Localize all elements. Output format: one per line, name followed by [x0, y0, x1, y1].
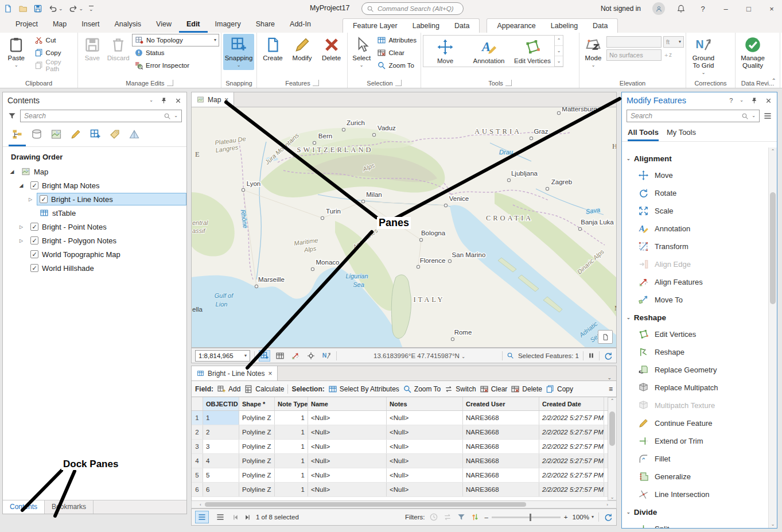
tool-edit-vertices[interactable]: Edit Vertices: [622, 325, 768, 343]
map-view-tab[interactable]: Map ×: [192, 92, 234, 107]
layer-item-bright-point-notes[interactable]: ▷✓Bright - Point Notes: [3, 220, 186, 234]
column-header-notes[interactable]: Notes: [387, 397, 463, 410]
contextual-tab-appearance[interactable]: Appearance: [489, 19, 543, 33]
close-icon[interactable]: [765, 97, 772, 104]
cell[interactable]: 1: [203, 411, 239, 425]
cell[interactable]: 2: [203, 425, 239, 439]
select-button[interactable]: Select⌄: [349, 34, 374, 70]
status-button[interactable]: Status: [132, 46, 219, 59]
map-coordinates[interactable]: 13.6183996°E 47.7415987°N ⌄: [341, 352, 498, 359]
copy-button[interactable]: Copy: [546, 385, 573, 394]
selected-features-count[interactable]: Selected Features: 1: [518, 352, 579, 359]
cell[interactable]: Polyline Z: [239, 468, 275, 482]
visibility-checkbox[interactable]: ✓: [30, 223, 38, 231]
elevation-unit-combo[interactable]: ft▾: [663, 36, 684, 48]
list-by-data-source-tab[interactable]: [28, 127, 45, 146]
switch-button[interactable]: Switch: [444, 385, 476, 394]
section-divide[interactable]: ⌄Divide: [622, 503, 768, 520]
contextual-tab-labeling[interactable]: Labeling: [405, 19, 447, 33]
table-row[interactable]: 11Polyline Z1<Null><Null>NARE36682/2/202…: [192, 411, 616, 425]
notifications-icon[interactable]: [676, 4, 686, 13]
cell[interactable]: NARE3668: [463, 468, 539, 482]
collapse-icon[interactable]: ⌄: [627, 157, 631, 161]
table-vertical-scrollbar[interactable]: ⌃⌄: [608, 397, 617, 500]
refresh-map-icon[interactable]: [604, 351, 613, 360]
cell[interactable]: Polyline Z: [239, 411, 275, 425]
cell[interactable]: <Null>: [308, 483, 387, 496]
map-scale-combo[interactable]: 1:8,814,965▾: [195, 350, 250, 362]
section-reshape[interactable]: ⌄Reshape: [622, 309, 768, 325]
cell[interactable]: 3: [203, 440, 239, 453]
tool-scale[interactable]: Scale: [622, 202, 768, 220]
attributes-button[interactable]: Attributes: [375, 34, 419, 46]
sign-in-status[interactable]: Not signed in: [601, 5, 641, 13]
ribbon-tab-view[interactable]: View: [149, 17, 179, 33]
column-header-created-date[interactable]: Created Date: [539, 397, 604, 410]
pin-icon[interactable]: [160, 97, 168, 104]
cell[interactable]: 1: [275, 468, 308, 482]
cell[interactable]: 1: [275, 425, 308, 439]
collapse-icon[interactable]: ⌄: [627, 316, 631, 320]
cell[interactable]: 1: [275, 440, 308, 453]
previous-record-icon[interactable]: [232, 514, 239, 521]
error-inspector-button[interactable]: Error Inspector: [132, 59, 219, 72]
contents-search-input[interactable]: Search ⌄: [20, 110, 182, 122]
ribbon-tab-map[interactable]: Map: [45, 17, 74, 33]
modify-search-input[interactable]: Search ⌄: [627, 110, 760, 122]
ribbon-tab-edit[interactable]: Edit: [179, 17, 208, 33]
gallery-scroll-icon[interactable]: ⌃: [555, 36, 563, 46]
new-project-icon[interactable]: [3, 4, 13, 13]
tool-align-features[interactable]: Align Features: [622, 273, 768, 291]
pane-menu-icon[interactable]: ⌄: [149, 98, 153, 103]
tool-extend-or-trim[interactable]: Extend or Trim: [622, 432, 768, 450]
collapse-ribbon-icon[interactable]: ⌃: [772, 77, 776, 84]
column-header-note-type[interactable]: Note Type: [275, 397, 308, 410]
collapse-icon[interactable]: ⌄: [627, 510, 631, 515]
ground-to-grid-button[interactable]: Ground To Grid⌄: [688, 34, 719, 77]
layer-item-sttable[interactable]: stTable: [3, 206, 186, 220]
collapse-icon[interactable]: ◢: [9, 169, 15, 174]
tool-reshape[interactable]: Reshape: [622, 343, 768, 361]
pause-drawing-icon[interactable]: [588, 352, 595, 359]
cell[interactable]: NARE3668: [463, 411, 539, 425]
elevation-value-field[interactable]: [606, 36, 662, 48]
ribbon-tab-share[interactable]: Share: [248, 17, 282, 33]
pin-icon[interactable]: [750, 97, 758, 104]
zoom-out-icon[interactable]: –: [484, 514, 488, 521]
dialog-launcher-icon[interactable]: [167, 80, 173, 86]
dropdown-icon[interactable]: ⌄: [237, 63, 241, 68]
attribute-filter-icon[interactable]: [457, 512, 466, 522]
ribbon-tab-insert[interactable]: Insert: [74, 17, 107, 33]
tool-move-to[interactable]: Move To: [622, 291, 768, 309]
tool-split[interactable]: Split: [622, 520, 768, 528]
cell[interactable]: NARE3668: [463, 425, 539, 439]
filter-icon[interactable]: [7, 111, 17, 121]
customize-quick-access-icon[interactable]: ⌄: [89, 6, 94, 12]
column-header-created-user[interactable]: Created User: [463, 397, 539, 410]
copy-button[interactable]: Copy: [32, 46, 76, 59]
cell[interactable]: 1: [275, 411, 308, 425]
modify-tab-my-tools[interactable]: My Tools: [667, 128, 696, 141]
visibility-checkbox[interactable]: ✓: [30, 181, 38, 189]
select-features-icon[interactable]: [290, 350, 301, 362]
list-by-perspective-tab[interactable]: [126, 127, 143, 146]
dropdown-icon[interactable]: ⌄: [14, 63, 18, 68]
layer-item-world-hillshade[interactable]: ✓World Hillshade: [3, 261, 186, 275]
cell[interactable]: 2/2/2022 5:27:57 PM: [539, 411, 604, 425]
tool-generalize[interactable]: Generalize: [622, 468, 768, 486]
view-tab-menu-icon[interactable]: ⌄: [602, 101, 616, 107]
zoom-to-button[interactable]: Zoom To: [403, 385, 441, 394]
expand-icon[interactable]: ▷: [18, 224, 25, 230]
layer-item-world-topographic-map[interactable]: ✓World Topographic Map: [3, 247, 186, 261]
table-row[interactable]: 33Polyline Z1<Null><Null>NARE36682/2/202…: [192, 440, 616, 454]
copy-path-button[interactable]: Copy Path: [32, 59, 76, 72]
menu-icon[interactable]: [763, 111, 772, 121]
modify-button[interactable]: Modify: [288, 34, 316, 64]
layer-item-bright-polygon-notes[interactable]: ▷✓Bright - Polygon Notes: [3, 234, 186, 247]
contextual-tab-feature-layer[interactable]: Feature Layer: [345, 19, 405, 33]
form-view-mode-icon[interactable]: [213, 511, 227, 523]
close-map-tab-icon[interactable]: ×: [224, 96, 228, 104]
list-by-snapping-tab[interactable]: [87, 127, 104, 146]
grid-icon[interactable]: [274, 350, 286, 362]
table-row[interactable]: 66Polyline Z1<Null><Null>NARE36682/2/202…: [192, 483, 616, 497]
